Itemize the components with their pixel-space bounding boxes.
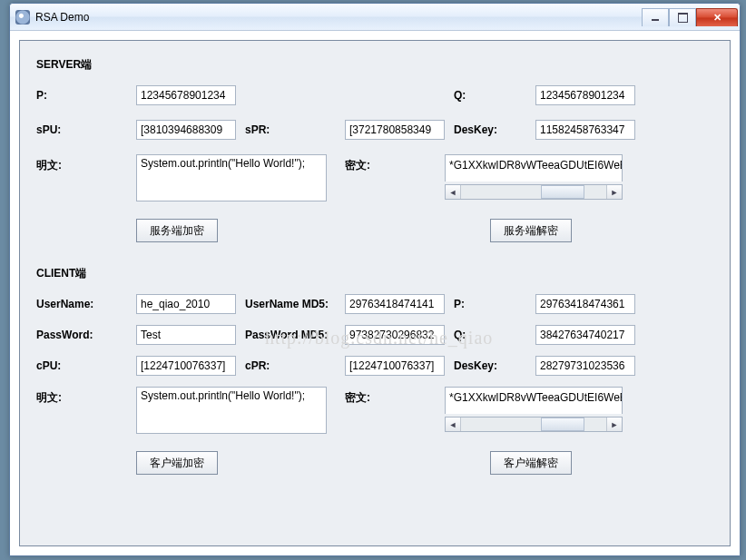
client-heading: CLIENT端	[36, 262, 713, 281]
server-spu-input[interactable]	[136, 120, 236, 140]
close-button[interactable]	[696, 8, 738, 26]
client-password-label: PassWord:	[36, 325, 136, 341]
client-username-md5-label: UserName MD5:	[245, 294, 345, 310]
server-encrypt-button[interactable]: 服务端加密	[136, 219, 218, 242]
app-window: RSA Demo http://blog.csdn.net/he_qiao SE…	[9, 3, 741, 556]
client-deskey-label: DesKey:	[454, 356, 535, 372]
client-section: CLIENT端 UserName: UserName MD5: P: PassW…	[36, 262, 713, 475]
server-section: SERVER端 P: Q: sPU: sPR: DesKey: 明文:	[36, 54, 713, 242]
maximize-button[interactable]	[669, 8, 696, 26]
client-cpu-input[interactable]	[136, 356, 236, 376]
server-plain-label: 明文:	[36, 154, 136, 173]
client-plain-label: 明文:	[36, 387, 136, 406]
client-username-md5-input[interactable]	[345, 294, 445, 314]
client-password-input[interactable]	[136, 325, 236, 345]
client-p-input[interactable]	[535, 294, 635, 314]
server-spr-label: sPR:	[245, 120, 345, 136]
server-cipher-box: ◄ ►	[445, 154, 623, 200]
client-cipher-box: ◄ ►	[445, 387, 623, 432]
client-encrypt-button[interactable]: 客户端加密	[136, 451, 218, 475]
server-spu-label: sPU:	[36, 120, 136, 136]
client-cpr-input[interactable]	[345, 356, 445, 376]
client-q-label: Q:	[454, 325, 535, 341]
server-p-input[interactable]	[136, 85, 236, 105]
minimize-button[interactable]	[642, 8, 669, 26]
client-cipher-label: 密文:	[345, 387, 445, 406]
scroll-thumb[interactable]	[541, 418, 584, 431]
server-plain-textarea[interactable]	[136, 154, 327, 201]
client-deskey-input[interactable]	[535, 356, 635, 376]
client-cpr-label: cPR:	[245, 356, 345, 372]
client-p-label: P:	[454, 294, 535, 310]
server-decrypt-button[interactable]: 服务端解密	[490, 219, 572, 242]
window-title: RSA Demo	[35, 11, 642, 24]
client-q-input[interactable]	[535, 325, 635, 345]
client-cipher-scrollbar[interactable]: ◄ ►	[445, 417, 623, 432]
client-cpu-label: cPU:	[36, 356, 136, 372]
server-cipher-textarea[interactable]	[445, 154, 623, 182]
titlebar[interactable]: RSA Demo	[10, 4, 740, 31]
scroll-right-icon[interactable]: ►	[606, 185, 622, 199]
client-password-md5-input[interactable]	[345, 325, 445, 345]
client-username-label: UserName:	[36, 294, 136, 310]
server-p-label: P:	[36, 85, 136, 102]
scroll-track[interactable]	[461, 185, 606, 199]
server-cipher-scrollbar[interactable]: ◄ ►	[445, 184, 623, 200]
server-heading: SERVER端	[36, 54, 713, 73]
client-password-md5-label: PassWord MD5:	[245, 325, 345, 341]
server-deskey-input[interactable]	[535, 120, 635, 140]
server-q-label: Q:	[454, 85, 535, 102]
java-icon	[15, 10, 30, 25]
server-deskey-label: DesKey:	[454, 120, 535, 136]
scroll-left-icon[interactable]: ◄	[446, 418, 461, 431]
scroll-track[interactable]	[461, 418, 606, 431]
scroll-thumb[interactable]	[541, 185, 584, 199]
scroll-left-icon[interactable]: ◄	[446, 185, 461, 199]
client-cipher-textarea[interactable]	[445, 387, 623, 414]
client-plain-textarea[interactable]	[136, 387, 327, 434]
content-panel: http://blog.csdn.net/he_qiao SERVER端 P: …	[19, 40, 731, 546]
client-username-input[interactable]	[136, 294, 236, 314]
server-spr-input[interactable]	[345, 120, 445, 140]
server-q-input[interactable]	[535, 85, 635, 105]
client-decrypt-button[interactable]: 客户端解密	[490, 451, 572, 475]
server-cipher-label: 密文:	[345, 154, 445, 173]
scroll-right-icon[interactable]: ►	[606, 418, 622, 431]
